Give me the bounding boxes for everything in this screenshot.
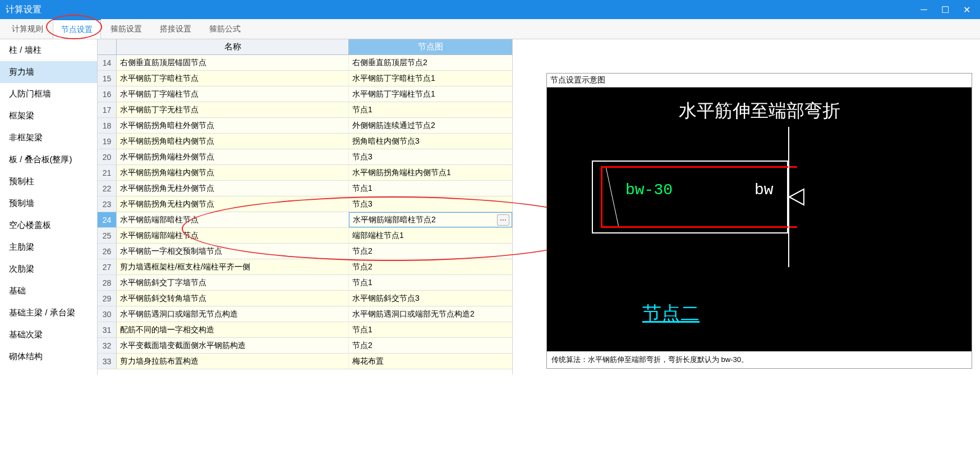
sidebar-item-12[interactable]: 基础主梁 / 承台梁 [0, 302, 97, 324]
cell-name[interactable]: 水平钢筋拐角端柱内侧节点 [117, 165, 349, 180]
row-number: 32 [98, 338, 117, 353]
sidebar-item-2[interactable]: 人防门框墙 [0, 83, 97, 105]
sidebar-item-0[interactable]: 柱 / 墙柱 [0, 39, 97, 61]
sidebar-item-6[interactable]: 预制柱 [0, 171, 97, 193]
cell-node[interactable]: 梅花布置 [349, 354, 512, 369]
cell-name[interactable]: 水平钢筋斜交转角墙节点 [117, 291, 349, 306]
row-number: 30 [98, 306, 117, 322]
diagram-title: 水平筋伸至端部弯折 [547, 88, 972, 135]
grid-header: 名称 节点图 [98, 39, 512, 55]
table-row[interactable]: 29水平钢筋斜交转角墙节点水平钢筋斜交节点3 [98, 291, 512, 306]
maximize-button[interactable]: ☐ [935, 2, 955, 17]
table-row[interactable]: 17水平钢筋丁字无柱节点节点1 [98, 102, 512, 118]
cell-node[interactable]: 水平钢筋斜交节点3 [349, 291, 512, 306]
close-button[interactable]: ✕ [956, 2, 977, 17]
cell-name[interactable]: 水平钢筋端部暗柱节点 [117, 212, 349, 227]
tab-3[interactable]: 搭接设置 [151, 19, 200, 39]
sidebar-item-8[interactable]: 空心楼盖板 [0, 214, 97, 236]
cell-name[interactable]: 水平钢筋拐角端柱外侧节点 [117, 149, 349, 164]
sidebar-item-11[interactable]: 基础 [0, 280, 97, 302]
cell-node[interactable]: 节点1 [349, 322, 512, 337]
label-bw: bw [754, 181, 774, 199]
node-label: 节点二 [642, 301, 700, 327]
cell-node[interactable]: 拐角暗柱内侧节点3 [349, 134, 512, 149]
cell-node[interactable]: 节点2 [349, 244, 512, 259]
table-row[interactable]: 31配筋不同的墙一字相交构造节点1 [98, 322, 512, 338]
tab-1[interactable]: 节点设置 [53, 19, 101, 39]
row-number: 19 [98, 134, 117, 149]
cell-name[interactable]: 水平钢筋端部端柱节点 [117, 228, 349, 243]
table-row[interactable]: 32水平变截面墙变截面侧水平钢筋构造节点2 [98, 338, 512, 354]
sidebar-item-14[interactable]: 砌体结构 [0, 346, 97, 368]
sidebar-item-9[interactable]: 主肋梁 [0, 236, 97, 258]
cell-name[interactable]: 水平钢筋拐角暗柱内侧节点 [117, 134, 349, 149]
window-title: 计算设置 [6, 4, 42, 16]
cell-name[interactable]: 配筋不同的墙一字相交构造 [117, 322, 349, 337]
sidebar[interactable]: 柱 / 墙柱剪力墙人防门框墙框架梁非框架梁板 / 叠合板(整厚)预制柱预制墙空心… [0, 39, 98, 374]
cell-node[interactable]: 端部端柱节点1 [349, 228, 512, 243]
cell-node[interactable]: 水平钢筋丁字端柱节点1 [349, 86, 512, 102]
row-number: 27 [98, 259, 117, 274]
table-row[interactable]: 24水平钢筋端部暗柱节点水平钢筋端部暗柱节点2⋯ [98, 212, 512, 228]
cell-node[interactable]: 水平钢筋丁字暗柱节点1 [349, 71, 512, 86]
tab-0[interactable]: 计算规则 [3, 19, 52, 39]
cell-node[interactable]: 节点1 [349, 181, 512, 196]
minimize-button[interactable]: ─ [914, 2, 934, 17]
cell-node[interactable]: 水平钢筋拐角端柱内侧节点1 [349, 165, 512, 180]
cell-name[interactable]: 水平变截面墙变截面侧水平钢筋构造 [117, 338, 349, 353]
sidebar-item-13[interactable]: 基础次梁 [0, 324, 97, 346]
table-row[interactable]: 15水平钢筋丁字暗柱节点水平钢筋丁字暗柱节点1 [98, 71, 512, 86]
cell-node[interactable]: 外侧钢筋连续通过节点2 [349, 118, 512, 133]
table-row[interactable]: 20水平钢筋拐角端柱外侧节点节点3 [98, 149, 512, 165]
cell-name[interactable]: 水平钢筋一字相交预制墙节点 [117, 244, 349, 259]
window-controls: ─ ☐ ✕ [914, 0, 977, 19]
cell-node[interactable]: 节点3 [349, 149, 512, 164]
row-number: 26 [98, 244, 117, 259]
sidebar-item-1[interactable]: 剪力墙 [0, 61, 97, 83]
table-row[interactable]: 27剪力墙遇框架柱/框支柱/端柱平齐一侧节点2 [98, 259, 512, 275]
sidebar-item-7[interactable]: 预制墙 [0, 193, 97, 214]
cell-name[interactable]: 水平钢筋丁字无柱节点 [117, 102, 349, 117]
table-row[interactable]: 22水平钢筋拐角无柱外侧节点节点1 [98, 181, 512, 196]
tab-4[interactable]: 箍筋公式 [201, 19, 249, 39]
cell-node[interactable]: 节点2 [349, 338, 512, 353]
grid-pane: 名称 节点图 14右侧垂直筋顶层锚固节点右侧垂直筋顶层节点215水平钢筋丁字暗柱… [98, 39, 513, 374]
sidebar-item-5[interactable]: 板 / 叠合板(整厚) [0, 149, 97, 171]
row-number: 31 [98, 322, 117, 337]
cell-name[interactable]: 水平钢筋遇洞口或端部无节点构造 [117, 306, 349, 322]
table-row[interactable]: 25水平钢筋端部端柱节点端部端柱节点1 [98, 228, 512, 244]
cell-node[interactable]: 水平钢筋遇洞口或端部无节点构造2 [349, 306, 512, 322]
cell-node[interactable]: 节点1 [349, 102, 512, 117]
cell-node[interactable]: 节点1 [349, 275, 512, 290]
tab-2[interactable]: 箍筋设置 [102, 19, 150, 39]
cell-name[interactable]: 水平钢筋丁字暗柱节点 [117, 71, 349, 86]
row-number: 18 [98, 118, 117, 133]
cell-name[interactable]: 右侧垂直筋顶层锚固节点 [117, 55, 349, 70]
table-row[interactable]: 23水平钢筋拐角无柱内侧节点节点3 [98, 196, 512, 212]
table-row[interactable]: 21水平钢筋拐角端柱内侧节点水平钢筋拐角端柱内侧节点1 [98, 165, 512, 181]
cell-node[interactable]: 节点3 [349, 196, 512, 212]
cell-name[interactable]: 剪力墙遇框架柱/框支柱/端柱平齐一侧 [117, 259, 349, 274]
sidebar-item-4[interactable]: 非框架梁 [0, 127, 97, 149]
cell-name[interactable]: 剪力墙身拉筋布置构造 [117, 354, 349, 369]
cell-name[interactable]: 水平钢筋丁字端柱节点 [117, 86, 349, 102]
cell-node[interactable]: 右侧垂直筋顶层节点2 [349, 55, 512, 70]
sidebar-item-10[interactable]: 次肋梁 [0, 258, 97, 280]
cell-name[interactable]: 水平钢筋斜交丁字墙节点 [117, 275, 349, 290]
table-row[interactable]: 16水平钢筋丁字端柱节点水平钢筋丁字端柱节点1 [98, 86, 512, 102]
preview-footer: 传统算法：水平钢筋伸至端部弯折，弯折长度默认为 bw-30。 [547, 351, 972, 368]
table-row[interactable]: 18水平钢筋拐角暗柱外侧节点外侧钢筋连续通过节点2 [98, 118, 512, 134]
ellipsis-button[interactable]: ⋯ [497, 214, 509, 226]
sidebar-item-3[interactable]: 框架梁 [0, 105, 97, 127]
table-row[interactable]: 28水平钢筋斜交丁字墙节点节点1 [98, 275, 512, 291]
table-row[interactable]: 14右侧垂直筋顶层锚固节点右侧垂直筋顶层节点2 [98, 55, 512, 71]
cell-name[interactable]: 水平钢筋拐角暗柱外侧节点 [117, 118, 349, 133]
table-row[interactable]: 26水平钢筋一字相交预制墙节点节点2 [98, 244, 512, 259]
table-row[interactable]: 33剪力墙身拉筋布置构造梅花布置 [98, 354, 512, 369]
cell-name[interactable]: 水平钢筋拐角无柱外侧节点 [117, 181, 349, 196]
cell-name[interactable]: 水平钢筋拐角无柱内侧节点 [117, 196, 349, 212]
table-row[interactable]: 30水平钢筋遇洞口或端部无节点构造水平钢筋遇洞口或端部无节点构造2 [98, 306, 512, 322]
cell-node[interactable]: 节点2 [349, 259, 512, 274]
table-row[interactable]: 19水平钢筋拐角暗柱内侧节点拐角暗柱内侧节点3 [98, 134, 512, 149]
cell-node[interactable]: 水平钢筋端部暗柱节点2⋯ [349, 212, 512, 227]
